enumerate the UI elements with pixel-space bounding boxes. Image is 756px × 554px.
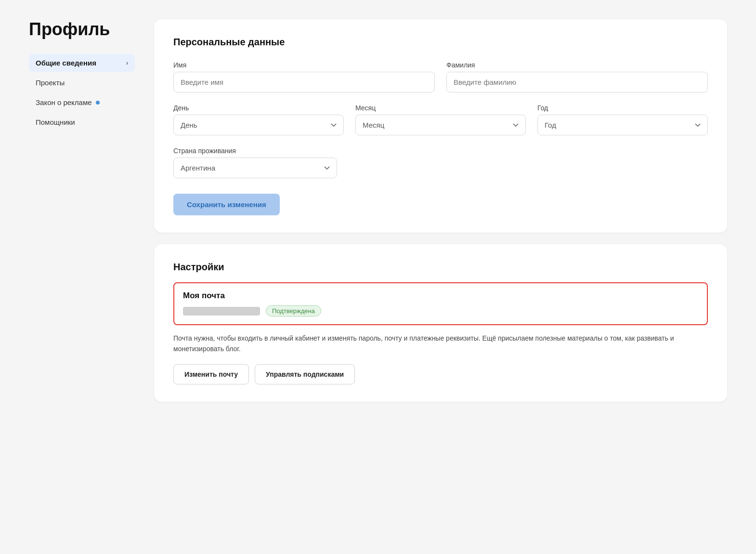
day-group: День День xyxy=(173,104,344,135)
month-select[interactable]: Месяц xyxy=(355,115,526,135)
sidebar-item-general[interactable]: Общие сведения › xyxy=(29,54,135,72)
email-box-title: Моя почта xyxy=(183,291,698,301)
page-title: Профиль xyxy=(29,19,135,40)
country-select[interactable]: Аргентина xyxy=(173,158,337,178)
sidebar-item-label: Закон о рекламе xyxy=(36,98,92,106)
last-name-label: Фамилия xyxy=(446,61,708,69)
first-name-label: Имя xyxy=(173,61,435,69)
country-group: Страна проживания Аргентина xyxy=(173,147,337,178)
day-label: День xyxy=(173,104,344,112)
change-email-button[interactable]: Изменить почту xyxy=(173,364,249,384)
email-masked xyxy=(183,307,260,316)
email-row: Подтверждена xyxy=(183,305,698,317)
sidebar-item-label: Общие сведения xyxy=(36,59,96,67)
notification-dot xyxy=(96,101,100,105)
sidebar-nav: Общие сведения › Проекты Закон о рекламе… xyxy=(29,54,135,131)
chevron-right-icon: › xyxy=(126,60,128,66)
month-label: Месяц xyxy=(355,104,526,112)
personal-data-card: Персональные данные Имя Фамилия День Ден… xyxy=(154,19,727,233)
sidebar-item-label: Помощники xyxy=(36,118,75,126)
sidebar-item-label: Проекты xyxy=(36,79,65,87)
sidebar-item-assistants[interactable]: Помощники xyxy=(29,113,135,131)
manage-subscriptions-button[interactable]: Управлять подписками xyxy=(255,364,355,384)
save-button[interactable]: Сохранить изменения xyxy=(173,194,280,215)
year-label: Год xyxy=(537,104,708,112)
sidebar-item-projects[interactable]: Проекты xyxy=(29,74,135,92)
sidebar-item-ad-law[interactable]: Закон о рекламе xyxy=(29,93,135,111)
month-group: Месяц Месяц xyxy=(355,104,526,135)
country-row: Страна проживания Аргентина xyxy=(173,147,337,178)
first-name-input[interactable] xyxy=(173,72,435,92)
year-group: Год Год xyxy=(537,104,708,135)
dob-row: День День Месяц Месяц Год Год xyxy=(173,104,708,135)
first-name-group: Имя xyxy=(173,61,435,92)
country-label: Страна проживания xyxy=(173,147,337,155)
email-box: Моя почта Подтверждена xyxy=(173,282,708,325)
settings-card: Настройки Моя почта Подтверждена Почта н… xyxy=(154,244,727,402)
personal-data-title: Персональные данные xyxy=(173,37,708,48)
year-select[interactable]: Год xyxy=(537,115,708,135)
email-description: Почта нужна, чтобы входить в личный каби… xyxy=(173,333,708,355)
settings-title: Настройки xyxy=(173,262,708,273)
last-name-group: Фамилия xyxy=(446,61,708,92)
day-select[interactable]: День xyxy=(173,115,344,135)
last-name-input[interactable] xyxy=(446,72,708,92)
verified-badge: Подтверждена xyxy=(266,305,321,317)
name-row: Имя Фамилия xyxy=(173,61,708,92)
action-buttons: Изменить почту Управлять подписками xyxy=(173,364,708,384)
